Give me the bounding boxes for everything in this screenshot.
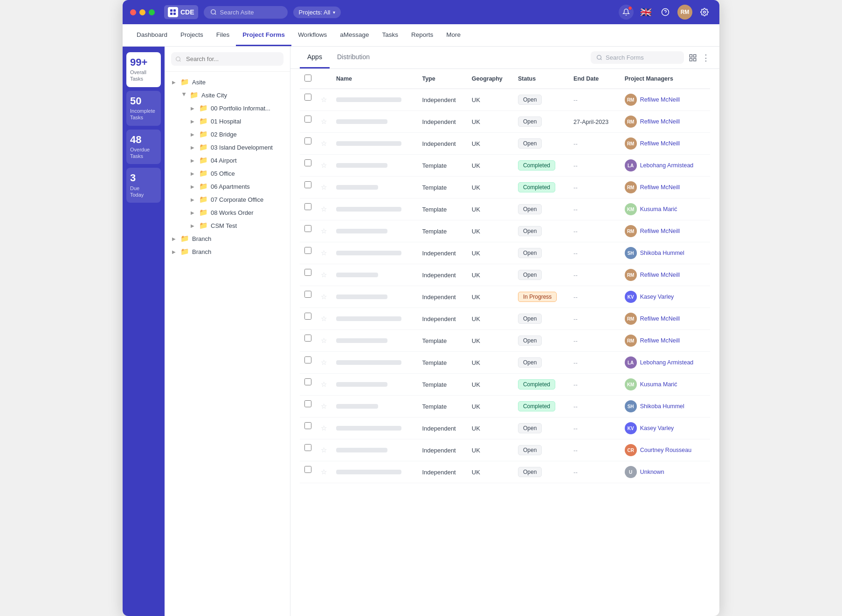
star-button[interactable]: ☆ (321, 139, 327, 148)
more-options-icon[interactable]: ⋮ (702, 53, 710, 63)
row-checkbox[interactable] (304, 335, 311, 342)
row-star-cell: ☆ (316, 155, 331, 177)
nav-project-forms[interactable]: Project Forms (236, 24, 291, 46)
pm-name[interactable]: Refilwe McNeill (640, 118, 680, 125)
nav-projects[interactable]: Projects (174, 24, 210, 46)
tree-item-branch-2[interactable]: ▶ 📁 Branch (169, 245, 285, 258)
sidebar-search-input[interactable] (171, 52, 283, 66)
settings-icon[interactable] (697, 5, 712, 20)
pm-name[interactable]: Courtney Rousseau (640, 447, 691, 453)
star-button[interactable]: ☆ (321, 117, 327, 126)
task-card-incomplete[interactable]: 50 IncompleteTasks (126, 91, 161, 126)
pm-name[interactable]: Refilwe McNeill (640, 337, 680, 344)
star-button[interactable]: ☆ (321, 227, 327, 235)
grid-view-icon[interactable] (689, 54, 697, 62)
tree-item-04-airport[interactable]: ▶ 📁 04 Airport (188, 154, 285, 167)
star-button[interactable]: ☆ (321, 424, 327, 432)
star-button[interactable]: ☆ (321, 183, 327, 192)
pm-name[interactable]: Lebohang Armistead (640, 162, 694, 169)
row-checkbox[interactable] (304, 444, 311, 451)
star-button[interactable]: ☆ (321, 293, 327, 301)
row-checkbox[interactable] (304, 181, 311, 188)
row-checkbox[interactable] (304, 159, 311, 166)
star-button[interactable]: ☆ (321, 315, 327, 323)
row-checkbox[interactable] (304, 313, 311, 320)
nav-reports[interactable]: Reports (405, 24, 440, 46)
star-button[interactable]: ☆ (321, 336, 327, 345)
task-card-due[interactable]: 3 DueToday (126, 168, 161, 203)
star-button[interactable]: ☆ (321, 205, 327, 213)
nav-workflows[interactable]: Workflows (291, 24, 333, 46)
star-button[interactable]: ☆ (321, 96, 327, 104)
tree-item-00-portfolio[interactable]: ▶ 📁 00 Portfolio Informat... (188, 102, 285, 115)
row-checkbox[interactable] (304, 94, 311, 101)
pm-name[interactable]: Refilwe McNeill (640, 272, 680, 278)
star-button[interactable]: ☆ (321, 161, 327, 170)
pm-name[interactable]: Shikoba Hummel (640, 403, 684, 410)
pm-name[interactable]: Refilwe McNeill (640, 315, 680, 322)
row-checkbox[interactable] (304, 356, 311, 363)
tab-apps[interactable]: Apps (300, 47, 330, 68)
global-search[interactable]: Search Asite (204, 6, 288, 19)
user-avatar[interactable]: RM (677, 5, 692, 20)
row-checkbox[interactable] (304, 466, 311, 473)
nav-files[interactable]: Files (210, 24, 236, 46)
tree-item-06-apartments[interactable]: ▶ 📁 06 Apartments (188, 180, 285, 193)
row-checkbox[interactable] (304, 422, 311, 429)
pm-name[interactable]: Refilwe McNeill (640, 140, 680, 147)
tree-item-03-island[interactable]: ▶ 📁 03 Island Development (188, 141, 285, 154)
select-all-checkbox[interactable] (304, 75, 311, 82)
tab-distribution[interactable]: Distribution (330, 47, 377, 68)
star-button[interactable]: ☆ (321, 468, 327, 476)
tree-item-08-works[interactable]: ▶ 📁 08 Works Order (188, 206, 285, 219)
maximize-button[interactable] (149, 9, 155, 15)
star-button[interactable]: ☆ (321, 249, 327, 257)
row-checkbox[interactable] (304, 116, 311, 123)
pm-name[interactable]: Shikoba Hummel (640, 250, 684, 256)
pm-name[interactable]: Kasey Varley (640, 294, 674, 300)
nav-dashboard[interactable]: Dashboard (130, 24, 174, 46)
projects-selector[interactable]: Projects: All ▾ (293, 7, 341, 18)
row-checkbox[interactable] (304, 378, 311, 385)
tree-item-asite-city[interactable]: ▶ 📁 Asite City (179, 89, 285, 102)
nav-tasks[interactable]: Tasks (375, 24, 405, 46)
star-button[interactable]: ☆ (321, 402, 327, 411)
pm-name[interactable]: Unknown (640, 469, 664, 475)
task-card-overall[interactable]: 99+ OverallTasks (126, 52, 161, 87)
nav-more[interactable]: More (440, 24, 467, 46)
row-checkbox[interactable] (304, 203, 311, 210)
tree-item-07-corporate[interactable]: ▶ 📁 07 Corporate Office (188, 193, 285, 206)
row-checkbox[interactable] (304, 400, 311, 407)
pm-name[interactable]: Refilwe McNeill (640, 96, 680, 103)
star-button[interactable]: ☆ (321, 271, 327, 279)
pm-name[interactable]: Kasey Varley (640, 425, 674, 431)
flag-button[interactable]: 🇬🇧 (638, 5, 653, 20)
tree-item-asite[interactable]: ▶ 📁 Asite (169, 75, 285, 89)
pm-name[interactable]: Kusuma Marić (640, 381, 677, 388)
row-checkbox[interactable] (304, 269, 311, 276)
nav-amessage[interactable]: aMessage (333, 24, 375, 46)
star-button[interactable]: ☆ (321, 380, 327, 389)
forms-search[interactable]: Search Forms (591, 51, 684, 64)
tree-item-01-hospital[interactable]: ▶ 📁 01 Hospital (188, 115, 285, 128)
minimize-button[interactable] (139, 9, 145, 15)
help-button[interactable] (658, 5, 673, 20)
close-button[interactable] (130, 9, 136, 15)
pm-name[interactable]: Kusuma Marić (640, 206, 677, 212)
star-button[interactable]: ☆ (321, 446, 327, 454)
pm-avatar: RM (625, 225, 637, 237)
pm-name[interactable]: Lebohang Armistead (640, 359, 694, 366)
notification-button[interactable] (619, 5, 634, 20)
star-button[interactable]: ☆ (321, 358, 327, 367)
row-checkbox[interactable] (304, 225, 311, 232)
row-checkbox[interactable] (304, 247, 311, 254)
task-card-overdue[interactable]: 48 OverdueTasks (126, 130, 161, 164)
row-checkbox[interactable] (304, 291, 311, 298)
tree-item-csm-test[interactable]: ▶ 📁 CSM Test (188, 219, 285, 232)
tree-item-branch-1[interactable]: ▶ 📁 Branch (169, 232, 285, 245)
pm-name[interactable]: Refilwe McNeill (640, 184, 680, 191)
row-checkbox[interactable] (304, 137, 311, 144)
tree-item-05-office[interactable]: ▶ 📁 05 Office (188, 167, 285, 180)
pm-name[interactable]: Refilwe McNeill (640, 228, 680, 234)
tree-item-02-bridge[interactable]: ▶ 📁 02 Bridge (188, 128, 285, 141)
